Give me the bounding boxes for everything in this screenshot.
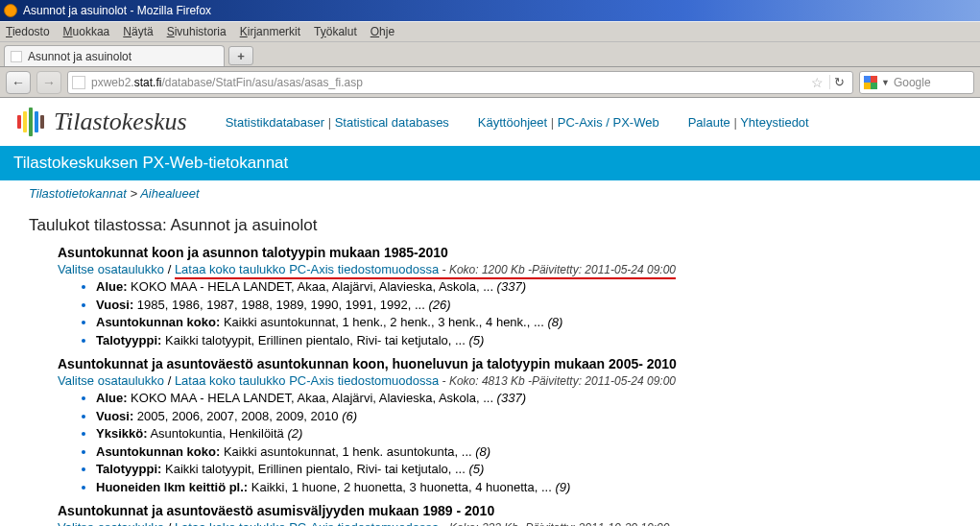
browser-navbar: ← → pxweb2.stat.fi/database/StatFin/asu/… (0, 67, 980, 98)
table-title: Asuntokunnat koon ja asunnon talotyypin … (58, 245, 951, 260)
site-header: Tilastokeskus Statistikdatabaser | Stati… (0, 98, 980, 142)
window-titlebar: Asunnot ja asuinolot - Mozilla Firefox (0, 0, 980, 21)
navlink-statistical-databases[interactable]: Statistical databases (335, 115, 449, 130)
menu-view[interactable]: Näytä (123, 25, 153, 38)
menu-bookmarks[interactable]: Kirjanmerkit (240, 25, 300, 38)
table-links-row: Valitse osataulukko / Lataa koko taulukk… (58, 373, 951, 388)
dimension-item: Vuosi: 1985, 1986, 1987, 1988, 1989, 199… (96, 297, 951, 314)
table-title: Asuntokunnat ja asuntoväestö asumisväljy… (58, 503, 951, 518)
page-content: Tilastokeskus Statistikdatabaser | Stati… (0, 98, 980, 526)
dimension-item: Talotyyppi: Kaikki talotyypit, Erillinen… (96, 332, 951, 349)
download-pcaxis-link[interactable]: Lataa koko taulukko PC-Axis tiedostomuod… (175, 520, 439, 526)
dimension-list: Alue: KOKO MAA - HELA LANDET, Akaa, Alaj… (96, 390, 951, 495)
select-subtable-link[interactable]: Valitse osataulukko (58, 262, 164, 276)
dimension-item: Alue: KOKO MAA - HELA LANDET, Akaa, Alaj… (96, 390, 951, 407)
search-box[interactable]: ▼ Google (859, 71, 974, 94)
dimension-item: Asuntokunnan koko: Kaikki asuntokunnat, … (96, 443, 951, 461)
page-title-bar: Tilastokeskuksen PX-Web-tietokannat (0, 146, 980, 180)
table-meta: - Koko: 4813 Kb -Päivitetty: 2011-05-24 … (439, 374, 676, 388)
search-placeholder: Google (894, 76, 931, 89)
back-button[interactable]: ← (6, 71, 31, 94)
table-links-row: Valitse osataulukko / Lataa koko taulukk… (58, 262, 951, 276)
browser-tab-active[interactable]: Asunnot ja asuinolot (4, 45, 225, 66)
browser-tabstrip: Asunnot ja asuinolot + (0, 42, 980, 67)
menu-help[interactable]: Ohje (370, 25, 394, 38)
url-host: stat.fi (134, 76, 162, 89)
menu-file[interactable]: Tiedosto (6, 25, 50, 38)
menu-history[interactable]: Sivuhistoria (167, 25, 227, 38)
tab-favicon (11, 51, 22, 62)
dimension-item: Vuosi: 2005, 2006, 2007, 2008, 2009, 201… (96, 408, 951, 425)
dimension-item: Asuntokunnan koko: Kaikki asuntokunnat, … (96, 314, 951, 331)
download-pcaxis-link[interactable]: Lataa koko taulukko PC-Axis tiedostomuod… (175, 262, 439, 279)
url-path: /database/StatFin/asu/asas/asas_fi.asp (161, 76, 362, 89)
logo-mark-icon (17, 108, 46, 136)
breadcrumb: Tilastotietokannat > Aihealueet (0, 180, 980, 206)
dimension-item: Yksikkö: Asuntokuntia, Henkilöitä (2) (96, 425, 951, 442)
dimension-item: Talotyyppi: Kaikki talotyypit, Erillinen… (96, 461, 951, 478)
url-bar[interactable]: pxweb2.stat.fi/database/StatFin/asu/asas… (67, 71, 853, 94)
select-subtable-link[interactable]: Valitse osataulukko (58, 520, 164, 526)
download-pcaxis-link[interactable]: Lataa koko taulukko PC-Axis tiedostomuod… (175, 373, 439, 388)
url-prefix: pxweb2. (91, 76, 134, 89)
bookmark-star-icon[interactable]: ☆ (805, 75, 829, 90)
navlink-pcaxis[interactable]: PC-Axis / PX-Web (558, 115, 659, 130)
urlbar-favicon (72, 76, 85, 89)
navlink-yhteystiedot[interactable]: Yhteystiedot (740, 115, 809, 130)
google-icon (864, 76, 877, 89)
table-links-row: Valitse osataulukko / Lataa koko taulukk… (58, 520, 951, 526)
dimension-list: Alue: KOKO MAA - HELA LANDET, Akaa, Alaj… (96, 278, 951, 348)
forward-button[interactable]: → (36, 71, 61, 94)
dimension-item: Huoneiden lkm keittiö pl.: Kaikki, 1 huo… (96, 479, 951, 496)
menu-edit[interactable]: Muokkaa (63, 25, 110, 38)
search-dropdown-icon[interactable]: ▼ (881, 78, 890, 87)
navlink-kayttoohjeet[interactable]: Käyttöohjeet (478, 115, 547, 130)
menu-tools[interactable]: Työkalut (314, 25, 357, 38)
reload-icon[interactable]: ↻ (829, 75, 849, 89)
table-meta: - Koko: 1200 Kb -Päivitetty: 2011-05-24 … (439, 263, 676, 279)
tab-label: Asunnot ja asuinolot (28, 50, 131, 63)
navlink-palaute[interactable]: Palaute (688, 115, 730, 130)
header-nav-links: Statistikdatabaser | Statistical databas… (226, 115, 809, 130)
breadcrumb-current[interactable]: Aihealueet (140, 186, 199, 201)
breadcrumb-root[interactable]: Tilastotietokannat (29, 186, 127, 201)
section-heading: Taulukot tilastossa: Asunnot ja asuinolo… (29, 216, 951, 235)
new-tab-button[interactable]: + (228, 46, 253, 65)
main-content: Taulukot tilastossa: Asunnot ja asuinolo… (0, 206, 980, 526)
select-subtable-link[interactable]: Valitse osataulukko (58, 373, 164, 388)
table-meta: - Koko: 232 Kb -Päivitetty: 2011-10-20 1… (439, 521, 669, 526)
dimension-item: Alue: KOKO MAA - HELA LANDET, Akaa, Alaj… (96, 278, 951, 296)
table-title: Asuntokunnat ja asuntoväestö asuntokunna… (58, 356, 951, 371)
site-logo[interactable]: Tilastokeskus (17, 108, 187, 136)
browser-menubar: Tiedosto Muokkaa Näytä Sivuhistoria Kirj… (0, 21, 980, 42)
window-title: Asunnot ja asuinolot - Mozilla Firefox (23, 4, 211, 17)
logo-text: Tilastokeskus (54, 108, 187, 136)
firefox-icon (4, 4, 17, 17)
navlink-statistikdatabaser[interactable]: Statistikdatabaser (226, 115, 324, 130)
